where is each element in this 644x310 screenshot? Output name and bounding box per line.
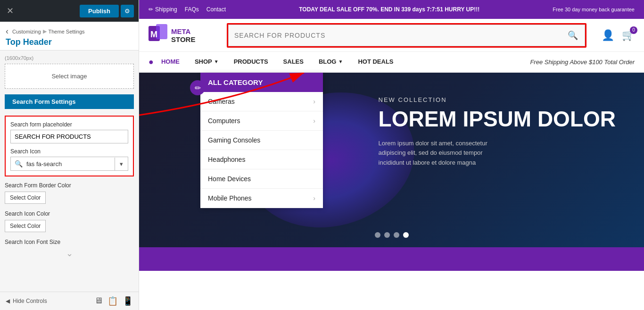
select-image-box[interactable]: Select image (5, 64, 134, 89)
scroll-indicator: ⌄ (5, 248, 134, 259)
icon-select-row: 🔍 fas fa-search ▾ (10, 157, 128, 171)
bottom-strip (139, 247, 644, 271)
top-bar: ✕ Publish ⚙ (0, 0, 139, 22)
search-form-settings-button[interactable]: Search Form Settings (5, 94, 134, 109)
search-placeholder-input[interactable] (10, 130, 128, 143)
customizer-panel: ✕ Publish ⚙ ‹ Customizing ▶ Theme Settin… (0, 0, 139, 310)
search-wrapper: 🔍 (227, 23, 586, 48)
edit-category-icon[interactable]: ✏ (190, 80, 205, 95)
size-label: (1600x70px) (5, 55, 134, 61)
svg-rect-1 (156, 24, 167, 39)
gaming-label: Gaming Consoles (208, 136, 260, 144)
placeholder-label: Search form placeholder (10, 121, 128, 128)
hero-new-label: NEW COLLECTION (379, 96, 616, 103)
nav-shipping-note: Free Shipping Above $100 Total Order (530, 59, 635, 66)
logo-icon: M (149, 24, 167, 46)
logo-area: M META STORE (149, 24, 219, 46)
dot-2[interactable] (384, 232, 390, 238)
cameras-arrow-icon: › (313, 98, 315, 105)
contact-link[interactable]: Contact (206, 6, 226, 13)
header-icons: 👤 🛒 0 (602, 29, 635, 42)
hero-title: LOREM IPSUM DOLOR (379, 107, 616, 131)
nav-blog[interactable]: BLOG ▼ (311, 52, 350, 73)
device-icons: 🖥 📋 📱 (94, 296, 133, 306)
breadcrumb-customizing[interactable]: Customizing (12, 29, 41, 34)
nav-dot-home: ● (149, 57, 154, 67)
breadcrumb-theme-settings[interactable]: Theme Settings (49, 29, 85, 34)
headphones-label: Headphones (208, 156, 245, 163)
settings-gear-button[interactable]: ⚙ (121, 5, 134, 17)
promo-bar: ✏ Shipping FAQs Contact TODAY DEAL SALE … (139, 0, 644, 19)
slider-dots (375, 232, 409, 238)
user-icon[interactable]: 👤 (602, 29, 614, 42)
search-bar: 🔍 (228, 25, 585, 46)
icon-font-size-section: Search Icon Font Size ⌄ (5, 239, 134, 259)
icon-dropdown-button[interactable]: ▾ (115, 158, 128, 170)
logo-text: META STORE (171, 27, 195, 43)
category-dropdown: ALL CATEGORY Cameras › Computers › Gamin… (200, 73, 323, 208)
svg-text:M: M (150, 30, 157, 39)
dot-1[interactable] (375, 232, 380, 238)
dropdown-header: ALL CATEGORY (200, 73, 323, 92)
dropdown-headphones[interactable]: Headphones (200, 150, 323, 169)
site-preview: ✏ Shipping FAQs Contact TODAY DEAL SALE … (139, 0, 644, 310)
publish-button[interactable]: Publish (80, 5, 119, 17)
breadcrumb-sep: ▶ (43, 28, 47, 34)
cameras-label: Cameras (208, 98, 235, 105)
desktop-icon[interactable]: 🖥 (94, 296, 103, 306)
main-content: ALL CATEGORY Cameras › Computers › Gamin… (139, 73, 644, 247)
dropdown-mobile[interactable]: Mobile Phones › (200, 189, 323, 208)
search-form-settings-section: Search form placeholder Search Icon 🔍 fa… (5, 116, 134, 176)
hero-text: NEW COLLECTION LOREM IPSUM DOLOR Lorem i… (379, 96, 616, 168)
dropdown-gaming[interactable]: Gaming Consoles (200, 131, 323, 150)
border-color-section: Search Form Border Color Select Color (5, 182, 134, 204)
dropdown-computers[interactable]: Computers › (200, 111, 323, 131)
computers-label: Computers (208, 117, 240, 125)
cart-badge: 0 (630, 26, 637, 34)
search-button[interactable]: 🔍 (561, 30, 585, 41)
nav-products[interactable]: PRODUCTS (226, 52, 276, 73)
border-color-label: Search Form Border Color (5, 182, 134, 189)
bottom-bar: ◀ Hide Controls 🖥 📋 📱 (0, 292, 139, 310)
home-devices-label: Home Devices (208, 175, 251, 183)
search-input[interactable] (229, 32, 561, 39)
section-title: Top Header (6, 37, 133, 47)
promo-center-text: TODAY DEAL SALE OFF 70%. END IN 339 days… (299, 6, 479, 13)
icon-color-section: Search Icon Color Select Color (5, 210, 134, 232)
breadcrumb-area: ‹ Customizing ▶ Theme Settings Top Heade… (0, 22, 139, 50)
mobile-label: Mobile Phones (208, 194, 252, 202)
close-button[interactable]: ✕ (5, 4, 16, 18)
nav-sales[interactable]: SALES (276, 52, 311, 73)
site-header: M META STORE 🔍 👤 🛒 0 (139, 19, 644, 52)
icon-label: Search Icon (10, 148, 128, 155)
computers-arrow-icon: › (313, 117, 315, 125)
mobile-icon[interactable]: 📱 (123, 296, 133, 306)
mobile-arrow-icon: › (313, 194, 315, 202)
nav-hot-deals[interactable]: HOT DEALS (350, 52, 401, 73)
dot-4[interactable] (403, 232, 409, 238)
icon-color-label: Search Icon Color (5, 210, 134, 217)
icon-color-button[interactable]: Select Color (5, 220, 46, 232)
icon-value-text: fas fa-search (26, 160, 62, 168)
cart-icon[interactable]: 🛒 0 (622, 29, 635, 42)
icon-font-size-label: Search Icon Font Size (5, 239, 134, 245)
border-color-button[interactable]: Select Color (5, 192, 46, 204)
tablet-icon[interactable]: 📋 (107, 296, 118, 306)
nav-home[interactable]: HOME (154, 52, 187, 73)
hide-controls-icon: ◀ (6, 298, 10, 304)
faqs-link[interactable]: FAQs (185, 6, 199, 13)
back-button[interactable]: ‹ (6, 26, 8, 36)
dropdown-home-devices[interactable]: Home Devices (200, 169, 323, 189)
shipping-icon: ✏ (149, 6, 153, 13)
shipping-label: Shipping (155, 6, 177, 13)
hero-body: Lorem ipsum dolor sit amet, consectetur … (379, 139, 501, 168)
hide-controls-label: Hide Controls (13, 298, 47, 304)
shipping-link[interactable]: ✏ Shipping (149, 6, 177, 13)
search-icon-preview: 🔍 (15, 160, 23, 168)
promo-right-text: Free 30 day money back guarantee (553, 7, 635, 12)
dropdown-cameras[interactable]: Cameras › (200, 92, 323, 111)
dot-3[interactable] (394, 232, 399, 238)
nav-shop[interactable]: SHOP ▼ (187, 52, 226, 73)
site-nav: ● HOME SHOP ▼ PRODUCTS SALES BLOG ▼ HOT … (139, 52, 644, 73)
hide-controls-toggle[interactable]: ◀ Hide Controls (6, 298, 47, 304)
